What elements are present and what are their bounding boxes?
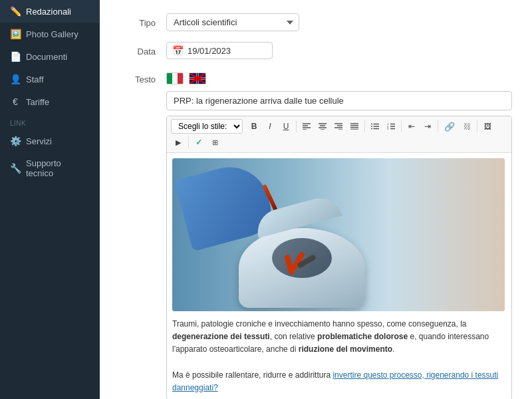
table-button[interactable]: ⊞ (207, 135, 222, 150)
bold-button[interactable]: B (247, 119, 261, 134)
link-button[interactable]: 🔗 (441, 119, 458, 134)
user-icon: 👤 (10, 74, 21, 84)
indent-button[interactable]: ⇥ (420, 119, 435, 134)
divider5 (477, 120, 477, 132)
tipo-select[interactable]: Articoli scientifici News Blog Video (166, 13, 299, 31)
sidebar-item-label: Documenti (26, 52, 67, 62)
image-icon: 🖼️ (10, 29, 21, 39)
uk-flag[interactable] (189, 72, 206, 84)
divider4 (438, 120, 438, 132)
outdent-button[interactable]: ⇤ (404, 119, 419, 134)
main-content: Tipo Articoli scientifici News Blog Vide… (100, 0, 532, 399)
align-right-button[interactable] (331, 119, 346, 134)
sidebar-item-label: Tariffe (26, 97, 49, 107)
data-row: Data 📅 (120, 42, 512, 59)
align-left-button[interactable] (299, 119, 314, 134)
tipo-control: Articoli scientifici News Blog Video (166, 13, 512, 31)
article-image (172, 158, 505, 311)
calendar-icon: 📅 (172, 45, 184, 56)
centrifuge-scene (172, 158, 505, 311)
sidebar-item-staff[interactable]: 👤 Staff (0, 68, 100, 90)
media-button[interactable]: ▶ (171, 135, 186, 150)
euro-icon: € (10, 96, 21, 107)
image-button[interactable]: 🖼 (480, 119, 495, 134)
sidebar-item-label: Photo Gallery (26, 29, 78, 39)
sidebar-item-photo-gallery[interactable]: 🖼️ Photo Gallery (0, 23, 100, 45)
sidebar: ✏️ Redazionali 🖼️ Photo Gallery 📄 Docume… (0, 0, 100, 399)
sidebar-section-link: LINK (0, 113, 100, 130)
wrench-icon: 🔧 (10, 163, 21, 174)
document-icon: 📄 (10, 51, 21, 62)
title-wrapper (166, 91, 512, 110)
tipo-label: Tipo (120, 13, 166, 28)
editor-text-segment5: Ma è possibile rallentare, ridurre e add… (172, 370, 332, 380)
date-input-wrapper[interactable]: 📅 (166, 42, 273, 59)
divider2 (364, 120, 365, 132)
editor-wrapper: Scegli lo stile: B I U (166, 116, 512, 399)
check-button[interactable]: ✓ (192, 135, 206, 150)
svg-point-20 (371, 128, 372, 130)
sidebar-item-supporto[interactable]: 🔧 Supporto tecnico (0, 152, 100, 184)
sidebar-item-label: Servizi (26, 136, 52, 146)
data-control: 📅 (166, 42, 512, 59)
sidebar-item-servizi[interactable]: ⚙️ Servizi (0, 130, 100, 152)
editor-content[interactable]: Traumi, patologie croniche e invecchiame… (167, 153, 511, 399)
article-title-input[interactable] (166, 91, 512, 110)
sidebar-item-tariffe[interactable]: € Tariffe (0, 90, 100, 113)
testo-label: Testo (120, 70, 166, 84)
edit-icon: ✏️ (10, 6, 21, 17)
unordered-list-button[interactable] (368, 119, 382, 134)
editor-bold1: degenerazione dei tessuti (172, 332, 270, 341)
justify-button[interactable] (347, 119, 362, 134)
divider6 (188, 136, 189, 148)
tipo-row: Tipo Articoli scientifici News Blog Vide… (120, 13, 512, 31)
editor-text-segment2: , con relative (270, 332, 317, 341)
align-center-button[interactable] (315, 119, 330, 134)
gear-icon: ⚙️ (10, 136, 21, 146)
divider3 (401, 120, 402, 132)
sidebar-item-label: Redazionali (26, 7, 71, 17)
flag-row (166, 70, 512, 84)
svg-text:3.: 3. (387, 127, 389, 130)
italic-button[interactable]: I (263, 119, 277, 134)
editor-bold3: riduzione del movimento (299, 344, 392, 354)
svg-point-18 (371, 126, 372, 127)
style-select[interactable]: Scegli lo stile: (171, 119, 243, 134)
sidebar-item-label: Staff (26, 74, 44, 84)
ordered-list-button[interactable]: 1.2.3. (384, 119, 398, 134)
editor-bold2: problematiche dolorose (317, 332, 408, 341)
unlink-button[interactable]: ⛓ (460, 119, 474, 134)
date-input[interactable] (188, 46, 267, 56)
underline-button[interactable]: U (279, 119, 293, 134)
editor-toolbar: Scegli lo stile: B I U (167, 116, 511, 153)
italian-flag[interactable] (166, 72, 184, 84)
sidebar-item-redazionali[interactable]: ✏️ Redazionali (0, 0, 100, 23)
data-label: Data (120, 42, 166, 57)
divider1 (296, 120, 297, 132)
testo-control: Scegli lo stile: B I U (166, 70, 512, 399)
editor-text-content: Traumi, patologie croniche e invecchiame… (172, 318, 506, 394)
sidebar-item-documenti[interactable]: 📄 Documenti (0, 45, 100, 68)
testo-row: Testo (120, 70, 512, 399)
editor-text-segment4: . (392, 344, 394, 354)
svg-point-16 (371, 124, 372, 125)
sidebar-item-label: Supporto tecnico (26, 158, 90, 178)
editor-text-segment1: Traumi, patologie croniche e invecchiame… (172, 319, 466, 329)
